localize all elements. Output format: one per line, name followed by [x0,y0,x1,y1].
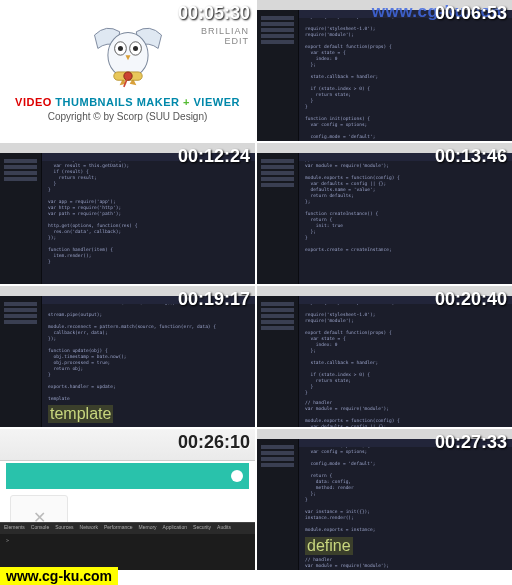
file-tree [257,143,299,284]
edition-tag: BRILLIANEDIT [201,26,249,46]
svg-point-3 [117,45,122,50]
code-area: function processContent() { var result =… [48,157,249,265]
thumbnail-grid: 00:05:30 BRILLIANEDIT VIDEO [0,0,512,570]
thumb-3: 00:12:24 function processContent() { var… [0,143,255,284]
app-header-bar [6,463,249,489]
owl-logo-icon [84,20,172,92]
thumb-6: 00:20:40 import { Component } from 'core… [257,286,512,427]
splash-copyright: Copyright © by Scorp (SUU Design) [48,111,208,122]
watermark-bottom: www.cg-ku.com [0,567,118,585]
code-area: // handler var module = require('module'… [305,157,506,253]
code-area-2: // handler var module = require('module'… [305,400,506,427]
code-area-2: function init(options) { var config = op… [305,116,506,141]
timestamp: 00:27:33 [435,432,507,453]
code-area: import { Component } from 'core'; requir… [305,14,506,110]
thumb-4: 00:13:46 // handler var module = require… [257,143,512,284]
code-area: function init(options) { var config = op… [305,443,506,533]
file-tree [257,0,299,141]
splash-title: VIDEO THUMBNAILS MAKER + VIEWER [15,96,240,108]
svg-point-4 [133,45,138,50]
timestamp: 00:06:53 [435,3,507,24]
highlighted-word: define [305,537,353,555]
thumb-8: 00:27:33 function init(options) { var co… [257,429,512,570]
timestamp: 00:20:40 [435,289,507,310]
thumb-7: 00:26:10 ✕ ElementsConsoleSourcesNetwork… [0,429,255,570]
thumb-splash: 00:05:30 BRILLIANEDIT VIDEO [0,0,255,141]
timestamp: 00:26:10 [178,432,250,453]
devtools-panel: ElementsConsoleSourcesNetworkPerformance… [0,522,255,570]
file-tree [257,429,299,570]
file-tree [0,143,42,284]
thumb-5: 00:19:17 var data = this.stream.read(buf… [0,286,255,427]
timestamp: 00:13:46 [435,146,507,167]
devtools-tabs: ElementsConsoleSourcesNetworkPerformance… [0,523,255,534]
code-area-2: // handler var module = require('module'… [305,557,506,570]
timestamp: 00:12:24 [178,146,250,167]
code-area: import { Component } from 'core'; requir… [305,300,506,396]
avatar-icon [231,470,243,482]
highlighted-word: template [48,405,113,423]
file-tree [257,286,299,427]
timestamp: 00:05:30 [178,3,250,24]
svg-point-0 [107,32,147,77]
timestamp: 00:19:17 [178,289,250,310]
file-tree [0,286,42,427]
thumb-2: www.cg-ku.com 00:06:53 import { Componen… [257,0,512,141]
console-body: > [0,534,255,546]
code-area: var data = this.stream.read(buffer).toSt… [48,300,249,402]
